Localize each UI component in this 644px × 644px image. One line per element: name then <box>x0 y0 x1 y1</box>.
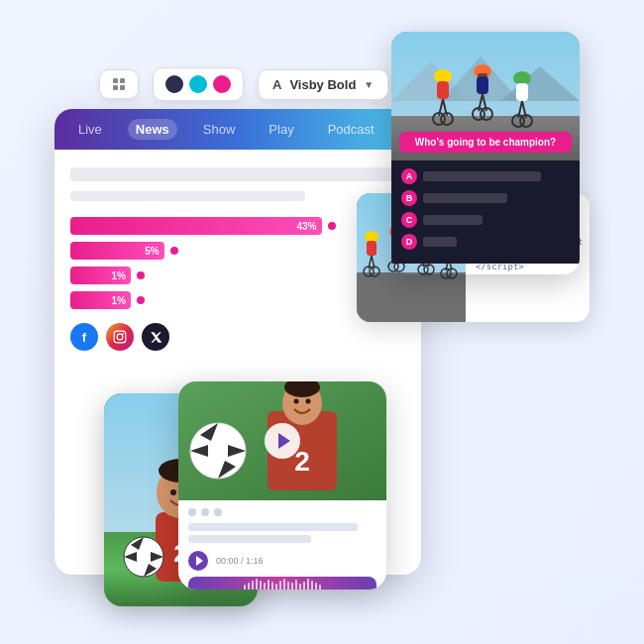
svg-rect-13 <box>437 81 449 99</box>
poll-bar-1: 43% <box>70 217 322 235</box>
wave-line <box>303 582 305 590</box>
quiz-card: Who's going to be champion? A B C D <box>391 32 580 274</box>
poll-bar-2: 5% <box>70 242 164 260</box>
poll-label-4: 1% <box>111 295 125 306</box>
nav-podcast[interactable]: Podcast <box>320 119 382 140</box>
nav-bar: Live News Show Play Podcast <box>54 109 421 150</box>
wave-line <box>291 583 293 590</box>
quiz-option-c[interactable]: C <box>401 212 570 228</box>
video-controls: 00:00 / 1:16 <box>178 500 386 590</box>
wave-line <box>256 579 258 590</box>
instagram-button[interactable] <box>106 323 134 351</box>
nav-play[interactable]: Play <box>261 119 301 140</box>
wave-line <box>295 580 297 590</box>
color-pink[interactable] <box>213 75 231 93</box>
color-palette[interactable] <box>153 67 244 101</box>
wave-line <box>319 585 321 590</box>
social-icons: f <box>70 323 405 351</box>
quiz-option-d[interactable]: D <box>401 234 570 250</box>
poll-row-4: 1% <box>70 291 405 309</box>
facebook-button[interactable]: f <box>70 323 98 351</box>
svg-point-25 <box>513 71 531 85</box>
quiz-options: A B C D <box>391 161 580 264</box>
wave-line <box>307 579 309 590</box>
poll-dot-3 <box>137 271 145 279</box>
poll-label-2: 5% <box>145 246 159 257</box>
nav-live[interactable]: Live <box>70 119 110 140</box>
video-dots <box>188 508 376 516</box>
dot-1 <box>188 508 196 516</box>
quiz-question: Who's going to be champion? <box>399 132 572 153</box>
option-letter-b: B <box>401 190 417 206</box>
option-bar-d <box>423 237 457 247</box>
content-subheadline <box>70 191 305 201</box>
video-text-lines <box>188 523 376 543</box>
audio-play-button[interactable] <box>188 551 208 571</box>
svg-rect-34 <box>367 241 376 256</box>
wave-line <box>248 583 250 590</box>
svg-rect-24 <box>478 73 487 77</box>
color-dark[interactable] <box>165 75 183 93</box>
wave-line <box>271 582 273 590</box>
option-letter-c: C <box>401 212 417 228</box>
svg-rect-19 <box>477 76 488 94</box>
play-button[interactable] <box>265 423 300 459</box>
font-selector[interactable]: A Visby Bold ▼ <box>258 69 388 100</box>
grid-button[interactable] <box>99 69 139 99</box>
wave-line <box>268 580 269 590</box>
option-letter-a: A <box>401 168 417 184</box>
svg-rect-4 <box>114 331 126 343</box>
twitter-button[interactable] <box>142 323 169 351</box>
video-line-1 <box>188 523 358 531</box>
nav-news[interactable]: News <box>128 119 177 140</box>
quiz-option-a[interactable]: A <box>401 168 570 184</box>
svg-rect-0 <box>113 78 118 83</box>
quiz-card-image: Who's going to be champion? <box>391 32 580 161</box>
poll-bar-4: 1% <box>70 291 131 309</box>
play-icon <box>278 433 290 449</box>
option-bar-c <box>423 215 483 225</box>
svg-rect-3 <box>120 85 125 90</box>
poll-bar-3: 1% <box>70 267 131 284</box>
option-bar-a <box>423 171 541 181</box>
color-cyan[interactable] <box>189 75 207 93</box>
wave-line <box>315 583 317 590</box>
wave-line <box>275 584 277 590</box>
dot-3 <box>214 508 222 516</box>
scene: A Visby Bold ▼ Live News Show Play Podca… <box>0 0 644 644</box>
wave-line <box>264 583 266 590</box>
poll-label-1: 43% <box>296 221 316 232</box>
wave-line <box>260 581 262 590</box>
poll-row-2: 5% <box>70 242 405 260</box>
option-letter-d: D <box>401 234 417 250</box>
wave-line <box>252 581 254 590</box>
nav-show[interactable]: Show <box>195 119 244 140</box>
quiz-option-b[interactable]: B <box>401 190 570 206</box>
poll-dot-1 <box>328 222 336 230</box>
video-thumbnail: 2 <box>178 381 386 500</box>
wave-line <box>244 585 246 590</box>
svg-rect-2 <box>113 85 118 90</box>
option-bar-b <box>423 193 507 203</box>
toolbar: A Visby Bold ▼ <box>99 67 388 101</box>
wave-line <box>311 581 313 590</box>
svg-point-72 <box>294 399 299 404</box>
content-headline <box>70 167 405 181</box>
svg-rect-26 <box>516 83 528 101</box>
poll-label-3: 1% <box>111 270 125 281</box>
wave-line <box>287 582 289 590</box>
time-display: 00:00 / 1:16 <box>216 556 264 566</box>
svg-point-6 <box>122 333 124 335</box>
svg-point-5 <box>117 334 123 340</box>
poll-row-1: 43% <box>70 217 405 235</box>
poll-dot-4 <box>137 296 145 304</box>
svg-rect-1 <box>120 78 125 83</box>
audio-play-icon <box>196 556 203 566</box>
video-card: 2 <box>178 381 386 590</box>
svg-point-73 <box>306 399 311 404</box>
dot-2 <box>201 508 209 516</box>
svg-point-64 <box>170 489 176 495</box>
poll-dot-2 <box>170 247 178 255</box>
wave-line <box>299 584 301 590</box>
wave-line <box>283 579 285 590</box>
